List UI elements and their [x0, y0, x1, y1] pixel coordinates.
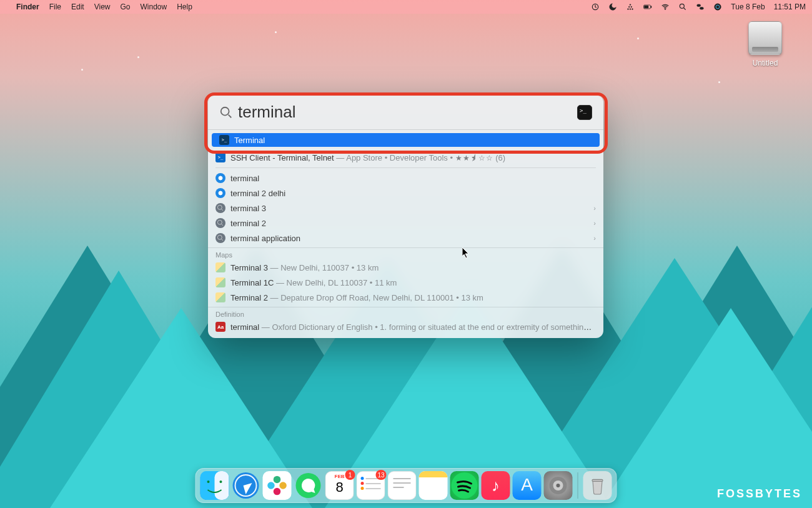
- svg-rect-9: [651, 6, 651, 8]
- result-map-1[interactable]: Terminal 1C — New Delhi, DL 110037 • 11 …: [208, 275, 603, 290]
- chevron-right-icon: ›: [593, 234, 596, 242]
- svg-point-3: [632, 9, 633, 10]
- svg-point-23: [220, 481, 222, 483]
- menu-edit[interactable]: Edit: [71, 2, 84, 11]
- dock-slack[interactable]: [263, 471, 292, 500]
- dock-trash[interactable]: [583, 471, 612, 500]
- disk-label: Untitled: [743, 59, 787, 67]
- result-title: SSH Client - Terminal, Telnet: [230, 153, 334, 162]
- menu-go[interactable]: Go: [121, 2, 131, 11]
- result-web-1[interactable]: terminal 2 delhi: [208, 186, 603, 201]
- svg-point-2: [630, 9, 631, 10]
- menu-help[interactable]: Help: [177, 2, 192, 11]
- section-maps: Maps: [208, 247, 603, 260]
- svg-rect-8: [645, 6, 649, 8]
- siri-search-icon: [215, 218, 225, 228]
- timemachine-icon[interactable]: [591, 2, 600, 11]
- dock-appstore[interactable]: A: [513, 471, 542, 500]
- svg-point-1: [628, 9, 629, 10]
- dock-separator: [578, 472, 578, 499]
- search-icon: [219, 106, 233, 119]
- spotlight-search-bar[interactable]: terminal: [208, 95, 603, 130]
- battery-icon[interactable]: [643, 2, 652, 11]
- siri-icon[interactable]: [713, 2, 722, 11]
- badge: 13: [375, 470, 386, 480]
- svg-point-4: [629, 6, 630, 7]
- svg-rect-13: [700, 7, 704, 9]
- menubar-app-name[interactable]: Finder: [16, 2, 39, 11]
- dock-finder[interactable]: [201, 471, 229, 500]
- siri-search-icon: [215, 203, 225, 213]
- result-ssh-client[interactable]: SSH Client - Terminal, Telnet — App Stor…: [208, 150, 603, 165]
- result-title: Terminal: [234, 136, 265, 145]
- svg-point-19: [217, 235, 222, 239]
- svg-point-14: [715, 4, 721, 11]
- svg-point-16: [221, 107, 229, 115]
- svg-rect-27: [267, 482, 275, 489]
- menubar-time[interactable]: 11:51 PM: [774, 2, 806, 11]
- menubar-date[interactable]: Tue 8 Feb: [731, 2, 765, 11]
- control-center-icon[interactable]: [696, 2, 705, 11]
- dock-calendar[interactable]: FEB81: [325, 471, 354, 500]
- maps-icon: [215, 292, 225, 302]
- spotlight-input[interactable]: terminal: [238, 102, 577, 122]
- svg-rect-28: [279, 482, 287, 489]
- dictionary-icon: [215, 322, 225, 332]
- svg-point-35: [557, 484, 560, 487]
- spotlight-window: terminal Terminal SSH Client - Terminal,…: [208, 95, 603, 338]
- svg-point-17: [217, 205, 222, 209]
- rating-stars: ★★⯨☆☆: [455, 154, 493, 162]
- menu-view[interactable]: View: [94, 2, 111, 11]
- result-web-4[interactable]: terminal application›: [208, 231, 603, 246]
- wifi-icon[interactable]: [661, 2, 670, 11]
- svg-point-10: [665, 9, 666, 10]
- svg-rect-12: [697, 4, 701, 6]
- dock-reminders[interactable]: 13: [357, 471, 385, 500]
- terminal-app-icon: [577, 105, 592, 120]
- watermark: FOSSBYTES: [717, 487, 802, 501]
- svg-point-11: [680, 4, 685, 8]
- dock-whatsapp[interactable]: [294, 471, 323, 500]
- chevron-right-icon: ›: [593, 204, 596, 212]
- svg-rect-29: [274, 476, 281, 484]
- menu-file[interactable]: File: [49, 2, 61, 11]
- maps-icon: [215, 262, 225, 272]
- disk-icon: [748, 21, 782, 55]
- svg-point-18: [217, 220, 222, 224]
- result-map-2[interactable]: Terminal 2 — Depature Drop Off Road, New…: [208, 290, 603, 305]
- svg-point-22: [207, 481, 210, 483]
- result-terminal-app[interactable]: Terminal: [212, 133, 600, 147]
- desktop-disk[interactable]: Untitled: [743, 21, 787, 67]
- trash-icon: [590, 476, 606, 495]
- dock-notes-alt[interactable]: [388, 471, 417, 500]
- terminal-icon: [219, 135, 229, 145]
- safari-icon: [215, 188, 225, 198]
- section-definition: Definition: [208, 307, 603, 319]
- dock-spotify[interactable]: [450, 471, 479, 500]
- menubar: Finder File Edit View Go Window Help Tue…: [0, 0, 812, 14]
- display-icon[interactable]: [626, 2, 635, 11]
- svg-rect-36: [592, 479, 603, 481]
- dock-safari[interactable]: [232, 471, 260, 500]
- result-web-2[interactable]: terminal 3›: [208, 201, 603, 216]
- svg-point-5: [631, 6, 632, 7]
- dock-music[interactable]: ♪: [482, 471, 510, 500]
- spotlight-icon[interactable]: [678, 2, 687, 11]
- svg-rect-30: [274, 488, 281, 496]
- svg-point-6: [630, 4, 631, 6]
- do-not-disturb-icon[interactable]: [608, 2, 617, 11]
- dock-settings[interactable]: [544, 471, 573, 500]
- result-definition[interactable]: terminal — Oxford Dictionary of English …: [208, 319, 603, 334]
- safari-icon: [215, 173, 225, 183]
- badge: 1: [345, 470, 355, 480]
- maps-icon: [215, 277, 225, 287]
- ssh-icon: [215, 152, 225, 162]
- result-web-0[interactable]: terminal: [208, 171, 603, 186]
- dock-notes[interactable]: [419, 471, 448, 500]
- result-web-3[interactable]: terminal 2›: [208, 216, 603, 231]
- siri-search-icon: [215, 233, 225, 243]
- result-map-0[interactable]: Terminal 3 — New Delhi, 110037 • 13 km: [208, 260, 603, 275]
- chevron-right-icon: ›: [593, 219, 596, 227]
- menu-window[interactable]: Window: [141, 2, 167, 11]
- svg-rect-21: [215, 471, 229, 500]
